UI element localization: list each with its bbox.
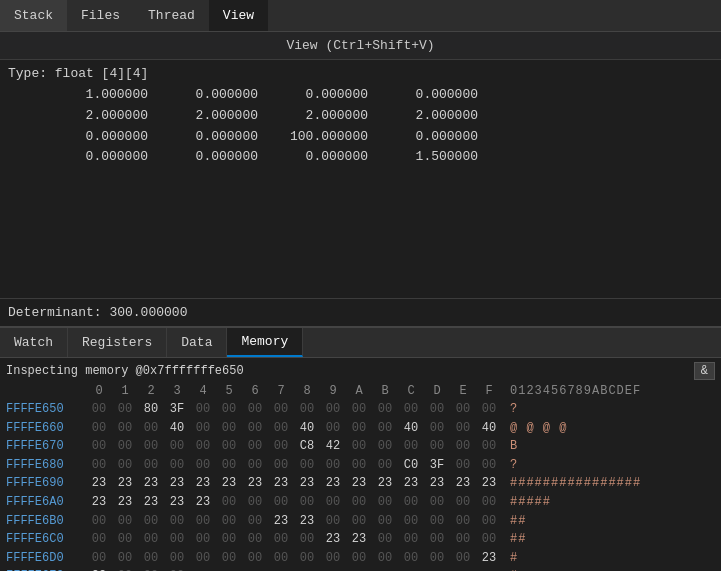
hex-byte: 00 xyxy=(216,456,242,475)
hex-byte: 00 xyxy=(268,493,294,512)
hex-byte: 00 xyxy=(112,549,138,568)
hex-byte: 23 xyxy=(138,474,164,493)
memory-row-ascii: ## xyxy=(510,512,640,531)
hex-byte: 00 xyxy=(424,530,450,549)
hex-byte: 00 xyxy=(476,530,502,549)
hex-byte: 00 xyxy=(398,400,424,419)
hex-byte xyxy=(268,567,294,571)
menu-item-thread[interactable]: Thread xyxy=(134,0,209,31)
hex-byte: 00 xyxy=(164,456,190,475)
memory-row-hex: 00000000000000000023230000000000 xyxy=(86,530,502,549)
hex-byte: 00 xyxy=(294,400,320,419)
hex-byte: 00 xyxy=(450,512,476,531)
hex-byte: 23 xyxy=(268,512,294,531)
hex-byte: 00 xyxy=(138,437,164,456)
hex-byte: 3F xyxy=(164,400,190,419)
hex-byte: 00 xyxy=(424,419,450,438)
matrix-cell-1-0: 2.000000 xyxy=(48,106,158,127)
hex-byte: 23 xyxy=(268,474,294,493)
hex-byte: 00 xyxy=(320,493,346,512)
hex-byte: 42 xyxy=(320,437,346,456)
hex-byte xyxy=(242,567,268,571)
hex-byte: 00 xyxy=(372,400,398,419)
hex-byte: 00 xyxy=(268,437,294,456)
hex-byte: 23 xyxy=(398,474,424,493)
hex-byte: 00 xyxy=(450,419,476,438)
memory-row: FFFFE680000000000000000000000000C03F0000… xyxy=(6,456,715,475)
hex-byte: 00 xyxy=(164,567,190,571)
hex-byte: 00 xyxy=(242,419,268,438)
hex-byte: 23 xyxy=(164,474,190,493)
hex-byte: 00 xyxy=(216,530,242,549)
hex-byte: 23 xyxy=(320,530,346,549)
matrix-cell-1-1: 2.000000 xyxy=(158,106,268,127)
memory-row-ascii: B xyxy=(510,437,640,456)
matrix-cell-3-0: 0.000000 xyxy=(48,147,158,168)
tab-data[interactable]: Data xyxy=(167,328,227,357)
type-label: Type: float [4][4] xyxy=(8,66,713,81)
hex-byte: 23 xyxy=(294,512,320,531)
tab-bar: Watch Registers Data Memory xyxy=(0,328,721,358)
hex-byte: 23 xyxy=(86,474,112,493)
memory-row-addr: FFFFE6A0 xyxy=(6,493,86,512)
hex-byte: 00 xyxy=(112,567,138,571)
tab-memory[interactable]: Memory xyxy=(227,328,303,357)
hex-byte: 00 xyxy=(424,549,450,568)
memory-row-hex: 23000000 xyxy=(86,567,502,571)
hex-byte: 00 xyxy=(476,400,502,419)
hex-byte: 00 xyxy=(86,419,112,438)
matrix-cell-0-0: 1.000000 xyxy=(48,85,158,106)
matrix-cell-3-2: 0.000000 xyxy=(268,147,378,168)
main-content: Type: float [4][4] 1.000000 0.000000 0.0… xyxy=(0,60,721,290)
memory-row-ascii: ##### xyxy=(510,493,640,512)
memory-row-ascii: ? xyxy=(510,456,640,475)
hex-byte: 00 xyxy=(294,456,320,475)
memory-row: FFFFE6E023000000# xyxy=(6,567,715,571)
memory-row-hex: 00000040000000004000000040000040 xyxy=(86,419,502,438)
hex-byte: 00 xyxy=(320,400,346,419)
memory-row: FFFFE6C000000000000000000023230000000000… xyxy=(6,530,715,549)
hex-byte: 00 xyxy=(346,549,372,568)
hex-byte: 00 xyxy=(372,512,398,531)
hex-byte: 00 xyxy=(268,419,294,438)
hex-byte xyxy=(294,567,320,571)
hex-byte: 00 xyxy=(320,419,346,438)
menu-item-files[interactable]: Files xyxy=(67,0,134,31)
memory-row: FFFFE66000000040000000004000000040000040… xyxy=(6,419,715,438)
matrix-cell-2-3: 0.000000 xyxy=(378,127,488,148)
matrix-cell-1-3: 2.000000 xyxy=(378,106,488,127)
tab-registers[interactable]: Registers xyxy=(68,328,167,357)
hex-byte: 00 xyxy=(190,437,216,456)
hex-byte: 23 xyxy=(190,474,216,493)
hex-byte: 23 xyxy=(242,474,268,493)
menu-item-view[interactable]: View xyxy=(209,0,268,31)
hex-byte: 00 xyxy=(346,419,372,438)
memory-row: FFFFE6B000000000000000232300000000000000… xyxy=(6,512,715,531)
memory-row-addr: FFFFE6D0 xyxy=(6,549,86,568)
memory-row-hex: 23232323232323232323232323232323 xyxy=(86,474,502,493)
hex-byte: 00 xyxy=(216,419,242,438)
memory-row: FFFFE6D000000000000000000000000000000023… xyxy=(6,549,715,568)
memory-row-addr: FFFFE6C0 xyxy=(6,530,86,549)
hex-byte: 00 xyxy=(86,437,112,456)
hex-byte: 00 xyxy=(450,456,476,475)
amp-button[interactable]: & xyxy=(694,362,715,380)
hex-byte: 23 xyxy=(86,567,112,571)
hex-byte: 23 xyxy=(450,474,476,493)
hex-byte: 00 xyxy=(86,456,112,475)
matrix-display: 1.000000 0.000000 0.000000 0.000000 2.00… xyxy=(48,85,713,168)
memory-inspect-label: Inspecting memory @0x7fffffffe650 xyxy=(6,364,244,378)
hex-byte: 00 xyxy=(346,493,372,512)
matrix-cell-2-1: 0.000000 xyxy=(158,127,268,148)
determinant-display: Determinant: 300.000000 xyxy=(0,298,721,326)
hex-byte xyxy=(424,567,450,571)
menu-item-stack[interactable]: Stack xyxy=(0,0,67,31)
hex-byte: 00 xyxy=(450,400,476,419)
hex-byte: 00 xyxy=(86,549,112,568)
tab-watch[interactable]: Watch xyxy=(0,328,68,357)
hex-byte: 00 xyxy=(450,437,476,456)
matrix-cell-0-1: 0.000000 xyxy=(158,85,268,106)
ascii-col-header: 0123456789ABCDEF xyxy=(510,384,641,398)
matrix-row-3: 0.000000 0.000000 0.000000 1.500000 xyxy=(48,147,713,168)
hex-byte: 00 xyxy=(190,400,216,419)
